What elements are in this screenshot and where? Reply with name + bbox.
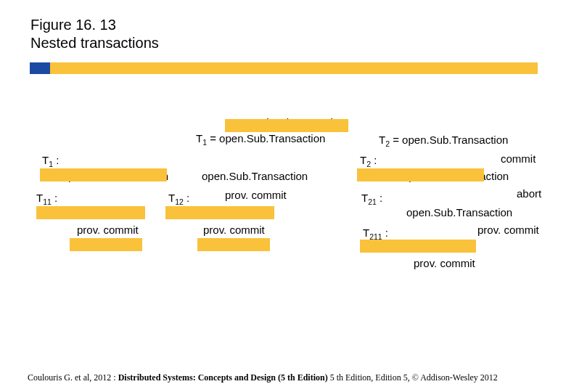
label-t12-node: T12 : [168, 192, 189, 206]
bar-orange [50, 62, 538, 74]
node-box-t1 [40, 168, 167, 181]
node-box-t [225, 119, 348, 132]
t2n-sym: T [360, 154, 366, 166]
t2-sym: T [379, 134, 385, 146]
t12n-sym: T [168, 192, 175, 204]
header-color-bar [30, 62, 538, 74]
citation-bold: Distributed Systems: Concepts and Design… [118, 372, 328, 383]
node-box-t11 [36, 206, 145, 219]
bar-blue [30, 62, 50, 74]
label-t211-node: T211 : [363, 226, 388, 241]
label-open-4: open.Sub.Transaction [406, 206, 512, 219]
t1n-sym: T [42, 154, 49, 166]
t12n-sub: 12 [175, 197, 184, 206]
label-t1-node: T1 : [42, 154, 59, 168]
label-t21-node: T21 : [361, 192, 382, 206]
t1-eq-text: = open.Sub.Transaction [207, 132, 325, 144]
label-provcommit-t12: prov. commit [225, 189, 287, 201]
citation: Coulouris G. et al, 2012 : Distributed S… [28, 372, 498, 383]
label-t2-eq: T2 = open.Sub.Transaction [379, 134, 508, 148]
t11n-sub: 11 [43, 197, 52, 206]
t11n-sym: T [36, 192, 43, 204]
label-abort: abort [517, 187, 541, 200]
label-provcommit-t11: prov. commit [77, 224, 139, 236]
node-box-t211 [360, 240, 476, 253]
t2n-colon: : [371, 154, 377, 166]
t11n-colon: : [52, 192, 57, 204]
label-provcommit-t211: prov. commit [414, 257, 475, 269]
t21n-sym: T [361, 192, 368, 204]
citation-pre: Coulouris G. et al, 2012 : [28, 372, 118, 383]
label-open-2: open.Sub.Transaction [202, 170, 308, 182]
t12n-colon: : [184, 192, 189, 204]
figure-title: Nested transactions [30, 34, 159, 52]
label-t11-node: T11 : [36, 192, 57, 206]
label-provcommit-t12b: prov. commit [203, 224, 265, 236]
figure-title-block: Figure 16. 13 Nested transactions [30, 16, 159, 52]
t211n-colon: : [382, 226, 388, 239]
label-commit: commit [501, 152, 536, 165]
t2-eq-text: = open.Sub.Transaction [390, 134, 508, 146]
label-t1-eq: T1 = open.Sub.Transaction [196, 132, 325, 147]
t211n-sym: T [363, 226, 369, 239]
t21n-sub: 21 [368, 197, 377, 206]
figure-number: Figure 16. 13 [30, 16, 159, 34]
t1n-colon: : [53, 154, 59, 166]
label-t2-node: T2 : [360, 154, 377, 168]
citation-post: 5 th Edition, Edition 5, © Addison-Wesle… [328, 372, 498, 383]
node-box-t12 [165, 206, 274, 219]
node-box-t11b [70, 238, 142, 251]
node-box-t12b [197, 238, 270, 251]
t21n-colon: : [377, 192, 382, 204]
label-provcommit-t21: prov. commit [477, 224, 539, 236]
t1-sym: T [196, 132, 202, 144]
node-box-t2 [357, 168, 484, 181]
